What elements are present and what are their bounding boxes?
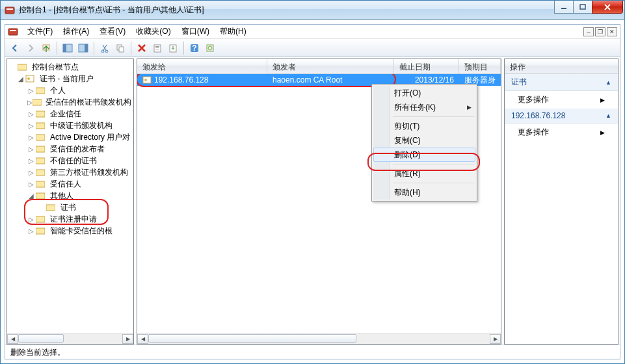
folder-icon: [46, 203, 57, 212]
col-issued-by[interactable]: 颁发者: [267, 59, 394, 73]
col-purpose[interactable]: 预期目的: [459, 59, 501, 73]
list-pane: 颁发给 颁发者 截止日期 预期目的 192.168.76.128 haoen.c…: [137, 58, 501, 344]
mdi-restore-button[interactable]: ❐: [595, 27, 605, 36]
cm-open[interactable]: 打开(O): [373, 86, 475, 100]
tree-third-party[interactable]: ▷第三方根证书颁发机构: [7, 166, 133, 178]
expand-icon[interactable]: ▷: [27, 110, 36, 118]
actions-pane: 操作 证书▲ 更多操作▶ 192.168.76.128▲ 更多操作▶: [504, 58, 618, 344]
svg-rect-2: [561, 8, 566, 9]
delete-button[interactable]: [135, 41, 149, 55]
expand-icon[interactable]: ▷: [27, 122, 36, 129]
tree-cert-enroll[interactable]: ▷证书注册申请: [7, 213, 133, 225]
actions-more-ops-2[interactable]: 更多操作▶: [505, 124, 618, 141]
folder-icon: [36, 109, 46, 118]
cm-properties[interactable]: 属性(R): [373, 166, 475, 181]
tree-others[interactable]: ◢其他人: [7, 190, 133, 202]
cm-delete[interactable]: 删除(D): [373, 148, 475, 162]
svg-rect-10: [85, 44, 88, 52]
scroll-track[interactable]: [18, 334, 122, 344]
show-hide-tree-button[interactable]: [60, 41, 75, 55]
tree-ad-user[interactable]: ▷Active Directory 用户对: [7, 131, 133, 143]
expand-icon[interactable]: ▷: [27, 146, 36, 153]
collapse-icon[interactable]: ◢: [27, 192, 36, 200]
col-issued-to[interactable]: 颁发给: [137, 59, 267, 73]
body: 控制台根节点 ◢证书 - 当前用户 ▷个人 ▷受信任的根证书颁发机构 ▷企业信任…: [5, 57, 620, 344]
expand-icon[interactable]: ▷: [27, 216, 36, 223]
tree-smart-card[interactable]: ▷智能卡受信任的根: [7, 225, 133, 237]
up-button[interactable]: [39, 41, 53, 55]
minimize-button[interactable]: [554, 1, 574, 14]
folder-icon: [36, 168, 46, 177]
context-menu: 打开(O) 所有任务(K)▶ 剪切(T) 复制(C) 删除(D) 属性(R) 帮…: [371, 84, 477, 202]
expand-icon[interactable]: ▷: [27, 134, 36, 141]
actions-ip-section[interactable]: 192.168.76.128▲: [505, 109, 618, 124]
cm-all-tasks[interactable]: 所有任务(K)▶: [373, 100, 475, 114]
expand-icon[interactable]: ▷: [27, 99, 33, 106]
tree-hscrollbar[interactable]: ◀ ▶: [7, 333, 133, 344]
back-button[interactable]: [8, 41, 22, 55]
actions-cert-section[interactable]: 证书▲: [505, 74, 618, 91]
mdi-close-button[interactable]: ✕: [607, 27, 617, 36]
col-expiry[interactable]: 截止日期: [394, 59, 459, 73]
menu-view[interactable]: 查看(V): [94, 25, 131, 38]
mdi-minimize-button[interactable]: –: [583, 27, 594, 36]
scroll-right-button[interactable]: ▶: [122, 334, 133, 344]
tree-cert-user[interactable]: ◢证书 - 当前用户: [7, 73, 133, 84]
expand-icon[interactable]: ▷: [27, 157, 36, 164]
app-window: 控制台1 - [控制台根节点\证书 - 当前用户\其他人\证书] 文件(F) 操…: [0, 0, 625, 364]
properties-button[interactable]: [150, 41, 165, 55]
forward-button[interactable]: [23, 41, 38, 55]
actions-more-ops-1[interactable]: 更多操作▶: [505, 91, 618, 109]
tree-body[interactable]: 控制台根节点 ◢证书 - 当前用户 ▷个人 ▷受信任的根证书颁发机构 ▷企业信任…: [7, 59, 133, 333]
collapse-arrow-icon: ▲: [605, 79, 611, 86]
menu-window[interactable]: 窗口(W): [176, 25, 215, 38]
tree-personal[interactable]: ▷个人: [7, 84, 133, 96]
svg-point-26: [27, 77, 30, 80]
inner-window: 文件(F) 操作(A) 查看(V) 收藏夹(O) 窗口(W) 帮助(H) – ❐…: [5, 24, 620, 359]
tree-label: 其他人: [48, 190, 75, 202]
tree-untrusted[interactable]: ▷不信任的证书: [7, 155, 133, 166]
tree-trusted-pub[interactable]: ▷受信任的发布者: [7, 143, 133, 155]
collapse-icon[interactable]: ◢: [16, 75, 25, 83]
tree-label: 受信任的发布者: [48, 143, 107, 155]
svg-rect-29: [36, 111, 45, 117]
cm-help[interactable]: 帮助(H): [373, 185, 475, 200]
expand-icon[interactable]: ▷: [27, 169, 36, 176]
help-button[interactable]: ?: [187, 41, 202, 55]
show-hide-actions-button[interactable]: [76, 41, 90, 55]
scroll-left-button[interactable]: ◀: [137, 334, 148, 344]
menu-action[interactable]: 操作(A): [58, 25, 94, 38]
scroll-thumb[interactable]: [148, 334, 356, 343]
cm-copy[interactable]: 复制(C): [373, 133, 475, 148]
tree-intermediate[interactable]: ▷中级证书颁发机构: [7, 120, 133, 131]
expand-icon[interactable]: ▷: [27, 181, 36, 188]
titlebar[interactable]: 控制台1 - [控制台根节点\证书 - 当前用户\其他人\证书]: [1, 1, 624, 20]
scroll-left-button[interactable]: ◀: [7, 334, 18, 344]
refresh-button[interactable]: [203, 41, 217, 55]
tree-label: 证书 - 当前用户: [38, 73, 96, 85]
list-body[interactable]: 192.168.76.128 haoen.com CA Root 2013/12…: [137, 74, 501, 333]
expand-icon[interactable]: ▷: [27, 228, 36, 235]
tree-ent-trust[interactable]: ▷企业信任: [7, 108, 133, 120]
scroll-track[interactable]: [148, 334, 490, 344]
export-button[interactable]: [166, 41, 180, 55]
menu-favorites[interactable]: 收藏夹(O): [131, 25, 176, 38]
folder-icon: [36, 179, 46, 188]
tree-certs[interactable]: 证书: [7, 202, 133, 213]
expand-icon[interactable]: ▷: [27, 87, 36, 94]
menu-file[interactable]: 文件(F): [22, 25, 58, 38]
scroll-thumb[interactable]: [18, 334, 64, 343]
menu-help[interactable]: 帮助(H): [215, 25, 252, 38]
tree-root[interactable]: 控制台根节点: [7, 61, 133, 73]
scroll-right-button[interactable]: ▶: [490, 334, 501, 344]
cm-cut[interactable]: 剪切(T): [373, 119, 475, 133]
svg-rect-39: [36, 228, 45, 234]
tree-trusted-root[interactable]: ▷受信任的根证书颁发机构: [7, 96, 133, 108]
cell-expiry: 2013/12/16: [394, 75, 459, 84]
close-button[interactable]: [592, 1, 623, 14]
copy-button[interactable]: [113, 41, 127, 55]
list-hscrollbar[interactable]: ◀ ▶: [137, 333, 501, 344]
tree-trusted-people[interactable]: ▷受信任人: [7, 178, 133, 190]
cut-button[interactable]: [98, 41, 112, 55]
maximize-button[interactable]: [573, 1, 592, 14]
